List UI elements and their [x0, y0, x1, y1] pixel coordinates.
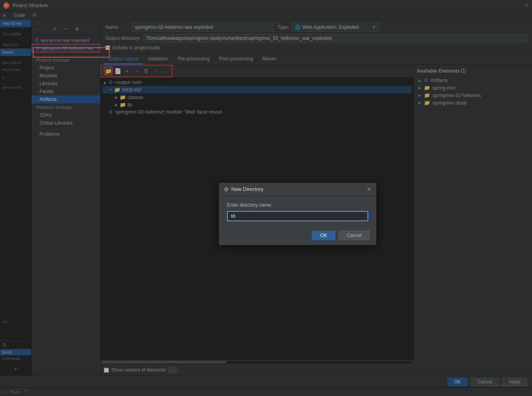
dialog-ok-button[interactable]: OK — [312, 231, 335, 240]
dialog-icon: ⚙ — [224, 186, 229, 192]
dialog-title-bar: ⚙ New Directory ✕ — [219, 183, 376, 196]
new-directory-dialog: ⚙ New Directory ✕ Enter directory name: … — [219, 183, 377, 245]
dialog-cancel-button[interactable]: Cancel — [339, 231, 370, 240]
dialog-overlay: ⚙ New Directory ✕ Enter directory name: … — [0, 0, 532, 396]
dialog-body: Enter directory name: — [219, 196, 376, 228]
directory-name-input[interactable] — [227, 211, 368, 221]
app-window: P Project Structure ✕ e Code P mvc-02-he… — [0, 0, 532, 396]
dialog-label: Enter directory name: — [227, 202, 368, 208]
dialog-close-button[interactable]: ✕ — [367, 186, 371, 192]
dialog-footer: OK Cancel — [219, 228, 376, 245]
dialog-title: New Directory — [231, 186, 364, 192]
